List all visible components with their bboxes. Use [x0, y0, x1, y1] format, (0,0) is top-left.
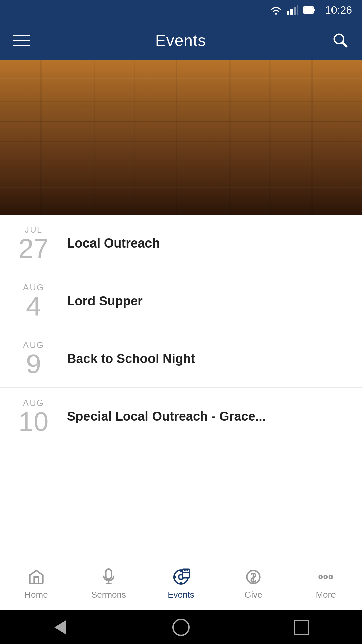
svg-rect-7	[304, 7, 313, 13]
svg-rect-4	[297, 5, 298, 15]
svg-rect-3	[294, 7, 296, 15]
tab-home[interactable]: Home	[0, 568, 72, 600]
signal-icon	[287, 5, 298, 15]
wifi-icon	[269, 5, 282, 15]
event-item[interactable]: JUL 27 Local Outreach	[0, 215, 362, 272]
time-display: 10:26	[325, 4, 352, 16]
android-nav-bar	[0, 610, 362, 644]
tab-more-label: More	[316, 590, 336, 600]
event-item[interactable]: AUG 9 Back to School Night	[0, 330, 362, 388]
sermons-icon	[99, 568, 118, 586]
nav-bar: Events	[0, 20, 362, 60]
event-date: JUL 27	[13, 225, 54, 262]
event-day: 10	[19, 408, 49, 435]
tab-sermons[interactable]: Sermons	[72, 568, 145, 600]
tab-give[interactable]: Give	[217, 568, 290, 600]
svg-point-24	[329, 576, 333, 579]
android-back-button[interactable]	[50, 617, 70, 637]
android-recents-button[interactable]	[292, 617, 312, 637]
status-icons	[269, 5, 316, 15]
tab-bar: Home Sermons	[0, 557, 362, 610]
more-icon	[316, 568, 335, 586]
svg-point-22	[319, 576, 322, 579]
event-title: Lord Supper	[67, 294, 143, 308]
event-date: AUG 9	[13, 340, 54, 377]
events-icon	[172, 568, 190, 586]
event-title: Special Local Outreach - Grace...	[67, 409, 266, 424]
svg-point-23	[324, 576, 327, 579]
hero-image	[0, 60, 362, 215]
events-list: JUL 27 Local Outreach AUG 4 Lord Supper …	[0, 215, 362, 445]
event-title: Back to School Night	[67, 352, 195, 366]
svg-rect-2	[290, 9, 293, 15]
tab-events[interactable]: Events	[145, 568, 217, 600]
svg-rect-17	[183, 569, 190, 578]
status-bar: 10:26	[0, 0, 362, 20]
give-icon	[244, 568, 263, 586]
event-day: 27	[19, 235, 49, 262]
tab-home-label: Home	[24, 590, 48, 600]
tab-more[interactable]: More	[290, 568, 362, 600]
event-day: 9	[26, 351, 41, 377]
home-icon	[27, 568, 46, 586]
tab-sermons-label: Sermons	[91, 590, 126, 600]
tab-events-label: Events	[168, 590, 194, 600]
event-day: 4	[26, 293, 41, 320]
menu-button[interactable]	[13, 35, 30, 46]
event-title: Local Outreach	[67, 236, 160, 251]
svg-line-9	[343, 42, 347, 46]
battery-icon	[303, 6, 316, 14]
search-button[interactable]	[331, 31, 349, 50]
svg-rect-6	[314, 9, 315, 11]
event-date: AUG 10	[13, 398, 54, 435]
event-date: AUG 4	[13, 282, 54, 320]
event-item[interactable]: AUG 10 Special Local Outreach - Grace...	[0, 388, 362, 445]
svg-point-0	[275, 13, 277, 15]
svg-rect-1	[287, 11, 289, 15]
search-icon	[331, 31, 349, 49]
tab-give-label: Give	[244, 590, 262, 600]
event-item[interactable]: AUG 4 Lord Supper	[0, 272, 362, 330]
page-title: Events	[155, 31, 206, 50]
android-home-button[interactable]	[171, 617, 191, 637]
